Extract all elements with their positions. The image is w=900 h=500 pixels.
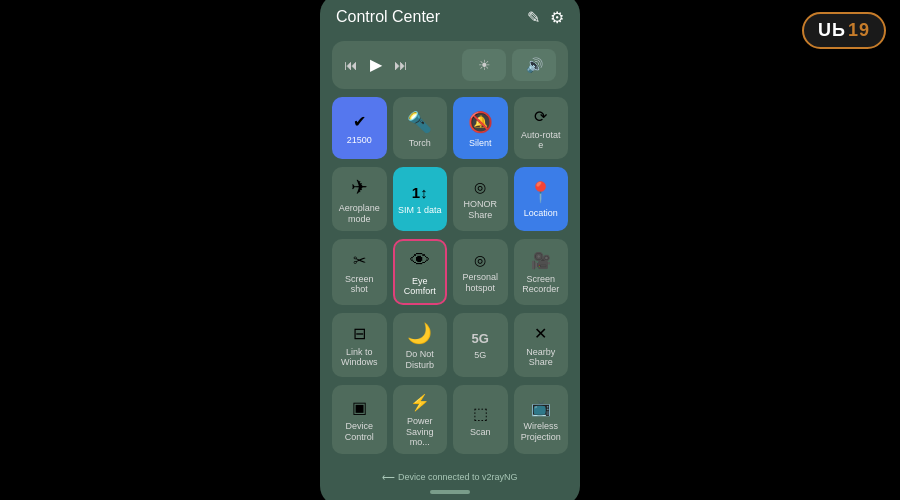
logo-text-part1: UЬ — [818, 20, 846, 41]
tile-screen-recorder[interactable]: 🎥 Screen Recorder — [514, 239, 569, 306]
tile-21500-label: 21500 — [347, 135, 372, 146]
device-control-icon: ▣ — [352, 398, 367, 417]
tile-silent[interactable]: 🔕 Silent — [453, 97, 508, 159]
tile-torch-label: Torch — [409, 138, 431, 149]
link-windows-icon: ⊟ — [353, 324, 366, 343]
tile-screenshot-label: Screen shot — [336, 274, 383, 296]
volume-icon: 🔊 — [526, 57, 543, 73]
tile-scan-label: Scan — [470, 427, 491, 438]
honor-share-icon: ◎ — [474, 179, 486, 195]
footer-text: ⟵ Device connected to v2rayNG — [382, 472, 517, 482]
tile-row-1: ✔ 21500 🔦 Torch 🔕 Silent ⟳ Auto-rotat e — [332, 97, 568, 159]
settings-icon[interactable]: ⚙ — [550, 8, 564, 27]
tile-location-label: Location — [524, 208, 558, 219]
tile-row-2: ✈ Aeroplane mode 1↕ SIM 1 data ◎ HONOR S… — [332, 167, 568, 231]
silent-icon: 🔕 — [468, 110, 493, 134]
eye-comfort-icon: 👁 — [410, 249, 430, 272]
tile-autorotate-label: Auto-rotat e — [518, 130, 565, 152]
torch-icon: 🔦 — [407, 110, 432, 134]
tile-honor-share-label: HONOR Share — [457, 199, 504, 221]
control-center-footer: ⟵ Device connected to v2rayNG — [332, 462, 568, 496]
brightness-icon: ☀ — [478, 57, 491, 73]
tile-screenshot[interactable]: ✂ Screen shot — [332, 239, 387, 306]
aeroplane-icon: ✈ — [351, 175, 368, 199]
tile-silent-label: Silent — [469, 138, 492, 149]
tile-personal-hotspot[interactable]: ◎ Personal hotspot — [453, 239, 508, 306]
tile-honor-share[interactable]: ◎ HONOR Share — [453, 167, 508, 231]
tile-screen-recorder-label: Screen Recorder — [518, 274, 565, 296]
scan-icon: ⬚ — [473, 404, 488, 423]
tile-wireless-projection[interactable]: 📺 Wireless Projection — [514, 385, 569, 454]
media-row: ⏮ ▶ ⏭ ☀ 🔊 — [332, 41, 568, 89]
tile-torch[interactable]: 🔦 Torch — [393, 97, 448, 159]
tile-autorotate[interactable]: ⟳ Auto-rotat e — [514, 97, 569, 159]
tile-power-saving[interactable]: ⚡ Power Saving mo... — [393, 385, 448, 454]
dnd-icon: 🌙 — [407, 321, 432, 345]
tile-link-windows[interactable]: ⊟ Link to Windows — [332, 313, 387, 377]
power-saving-icon: ⚡ — [410, 393, 430, 412]
prev-button[interactable]: ⏮ — [344, 57, 358, 73]
edit-icon[interactable]: ✎ — [527, 8, 540, 27]
tile-5g[interactable]: 5G 5G — [453, 313, 508, 377]
tile-link-windows-label: Link to Windows — [336, 347, 383, 369]
tile-21500[interactable]: ✔ 21500 — [332, 97, 387, 159]
tile-dnd-label: Do Not Disturb — [397, 349, 444, 371]
wireless-projection-icon: 📺 — [531, 398, 551, 417]
brightness-slider[interactable]: ☀ — [462, 49, 506, 81]
tile-nearby-share[interactable]: ✕ Nearby Share — [514, 313, 569, 377]
signal-icon: ✔ — [353, 112, 366, 131]
tile-scan[interactable]: ⬚ Scan — [453, 385, 508, 454]
play-button[interactable]: ▶ — [370, 55, 382, 74]
tile-row-5: ▣ Device Control ⚡ Power Saving mo... ⬚ … — [332, 385, 568, 454]
5g-icon: 5G — [472, 331, 489, 346]
autorotate-icon: ⟳ — [534, 107, 547, 126]
logo-badge: UЬ 19 — [802, 12, 886, 49]
tile-aeroplane-label: Aeroplane mode — [336, 203, 383, 225]
tile-wireless-projection-label: Wireless Projection — [518, 421, 565, 443]
location-icon: 📍 — [528, 180, 553, 204]
screenshot-icon: ✂ — [353, 251, 366, 270]
logo-text-part2: 19 — [848, 20, 870, 41]
tile-location[interactable]: 📍 Location — [514, 167, 569, 231]
tile-device-control[interactable]: ▣ Device Control — [332, 385, 387, 454]
screen-recorder-icon: 🎥 — [531, 251, 551, 270]
tile-row-3: ✂ Screen shot 👁 Eye Comfort ◎ Personal h… — [332, 239, 568, 306]
control-center-title: Control Center — [336, 8, 440, 26]
tile-sim1-label: SIM 1 data — [398, 205, 442, 216]
tile-personal-hotspot-label: Personal hotspot — [457, 272, 504, 294]
control-center-panel: Control Center ✎ ⚙ ⏮ ▶ ⏭ ☀ 🔊 ✔ 21500 🔦 — [320, 0, 580, 500]
sim1-icon: 1↕ — [412, 184, 428, 201]
media-sliders: ☀ 🔊 — [462, 49, 556, 81]
tile-eye-comfort[interactable]: 👁 Eye Comfort — [393, 239, 448, 306]
tile-dnd[interactable]: 🌙 Do Not Disturb — [393, 313, 448, 377]
hotspot-icon: ◎ — [474, 252, 486, 268]
tile-aeroplane[interactable]: ✈ Aeroplane mode — [332, 167, 387, 231]
volume-slider[interactable]: 🔊 — [512, 49, 556, 81]
media-controls: ⏮ ▶ ⏭ — [344, 55, 454, 74]
tile-nearby-share-label: Nearby Share — [518, 347, 565, 369]
swipe-bar — [430, 490, 470, 494]
tile-power-saving-label: Power Saving mo... — [397, 416, 444, 448]
tile-sim1[interactable]: 1↕ SIM 1 data — [393, 167, 448, 231]
tile-5g-label: 5G — [474, 350, 486, 361]
header-icons: ✎ ⚙ — [527, 8, 564, 27]
tile-device-control-label: Device Control — [336, 421, 383, 443]
control-center-header: Control Center ✎ ⚙ — [332, 8, 568, 33]
tile-eye-comfort-label: Eye Comfort — [399, 276, 442, 298]
tile-row-4: ⊟ Link to Windows 🌙 Do Not Disturb 5G 5G… — [332, 313, 568, 377]
nearby-share-icon: ✕ — [534, 324, 547, 343]
next-button[interactable]: ⏭ — [394, 57, 408, 73]
